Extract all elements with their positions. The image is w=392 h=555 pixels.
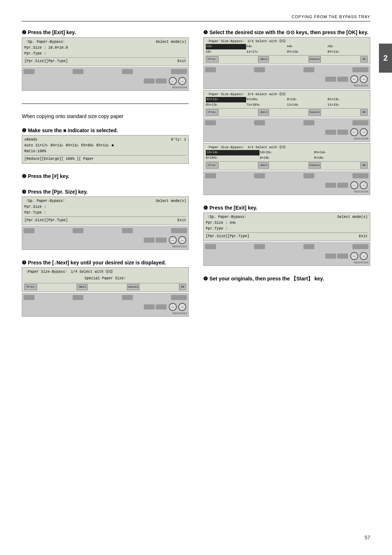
s5-s1-next[interactable]: ↓Next (258, 56, 269, 62)
cell-a5-2: A5▷ (327, 44, 368, 49)
diagram-id-4: NDG20154 (205, 84, 368, 87)
step-2-block: ❷ Press the [#] key. (22, 173, 189, 180)
cell-8hx13: 8½×13▷ (327, 97, 368, 102)
step-6-title: 〈Sp. Paper-Bypass〉 (206, 214, 248, 220)
step-1-label: ❶ Make sure the ■ indicator is selected. (22, 127, 118, 134)
step-3-block: ❸ Press the [Ppr. Size] key. 〈Sp. Paper-… (22, 188, 189, 251)
step-3-title: 〈Sp. Paper-Bypass〉 (24, 198, 66, 204)
step-5-lcd-3: 〈Paper Size-Bypass〉 4/4 Select with ⓪⓪ 1… (203, 143, 370, 170)
step-6-lcd: 〈Sp. Paper-Bypass〉 Select mode(s) Ppr.Si… (203, 212, 370, 241)
s5-s2-ok[interactable]: OK (360, 109, 368, 116)
s5-m3-btn3 (303, 173, 314, 178)
s6-arrow-right[interactable]: → (360, 252, 368, 260)
s5-m2-arrow-left[interactable]: ← (350, 128, 358, 136)
step-4-label: ❹ Press the [↓Next] key until your desir… (22, 259, 166, 267)
cell-8x10-2: 8×10▷ (314, 155, 368, 161)
panel-btn-4 (171, 69, 187, 74)
cell-11x15: 11×15▷ (327, 102, 368, 108)
arrow-left[interactable]: ← (169, 77, 177, 85)
diagram-id-5: NDG20188 (205, 137, 368, 140)
step4-arrow-right[interactable]: → (178, 303, 186, 311)
cell-a5: A5▷ (206, 44, 246, 49)
s5-s1-ok[interactable]: OK (360, 56, 368, 62)
s5-m2-btn4 (352, 120, 368, 125)
section-number-tab: 2 (379, 44, 392, 73)
s5-m2-gray1 (325, 130, 336, 135)
section-number-label: 2 (383, 53, 388, 63)
step-7-lcd-title-right: Select mode(s) (156, 39, 186, 45)
cell-8hx11-2: 8½×11▷ (206, 97, 246, 102)
s6-gray1 (325, 254, 336, 259)
step-3-label: ❸ Press the [Ppr. Size] key. (22, 188, 88, 196)
s5-s3-prev[interactable]: ↑Prev. (206, 162, 219, 169)
panel-gray-2 (156, 78, 167, 84)
diagram-id-6: NDG20198 (205, 190, 368, 193)
step-6-label: ❻ Press the [Exit] key. (203, 204, 257, 212)
s5-m3-arrow-left[interactable]: ← (350, 181, 358, 189)
s5-s3-next[interactable]: ↓Next (258, 162, 269, 169)
step4-arrow-left[interactable]: ← (169, 303, 177, 311)
s5-s1-prev[interactable]: ↑Prev. (206, 56, 219, 62)
diagram-id-2: NDG20101 (24, 245, 187, 248)
step-5-lcd-2: 〈Paper Size-Bypass〉 3/4 Select with ⓪⓪ 8… (203, 90, 370, 117)
step-6-nav: [Ppr.Size][Ppr.Type] (206, 234, 249, 239)
step-4-ok-btn[interactable]: OK (179, 284, 186, 290)
s5-m2-arrow-right[interactable]: → (360, 128, 368, 136)
s5-m2-gray2 (337, 130, 348, 135)
main-content: ❼ Press the [Exit] key. 〈Sp. Paper-Bypas… (22, 29, 370, 321)
cell-a5-3: A5▷ (206, 49, 246, 54)
s6-btn3 (303, 244, 314, 249)
step-4-cancel-btn[interactable]: Cancel (127, 284, 140, 290)
s5-s2-cancel[interactable]: Cancel (309, 109, 321, 116)
s5-m3-btn1 (205, 173, 216, 178)
step-3-lcd: 〈Sp. Paper-Bypass〉 Select mode(s) Ppr.Si… (22, 197, 189, 225)
s5-s3-cancel[interactable]: Cancel (309, 162, 321, 169)
step-final-heading: ❺ Set your originals, then press the 【St… (203, 275, 370, 283)
diagram-id-7: NDG20104 (205, 261, 368, 264)
step-4-prev-btn[interactable]: ↑Prev. (24, 284, 37, 290)
step3-gray-1 (144, 238, 155, 243)
cell-10x15: 10×15▷ (260, 150, 314, 155)
s6-arrow-left[interactable]: ← (350, 252, 358, 260)
diagram-id-3: NDG20102 (24, 312, 187, 315)
s5-s1-cancel[interactable]: Cancel (309, 56, 321, 62)
step-3-machine: ← → NDG20101 (22, 226, 189, 250)
s5-s2-prev[interactable]: ↑Prev. (206, 109, 219, 116)
step-5-screen2-title: 〈Paper Size-Bypass〉 3/4 Select with ⓪⓪ (206, 92, 368, 97)
s5-m1-arrow-right[interactable]: → (360, 75, 368, 83)
s5-m1-arrow-left[interactable]: ← (350, 75, 358, 83)
s5-s3-ok[interactable]: OK (360, 162, 368, 169)
cell-8x10: 8×10▷ (260, 155, 314, 161)
s5-m1-btn4 (352, 67, 368, 72)
step-7-lcd-nav: [Ppr.Size][Ppr.Type] (24, 58, 68, 64)
s5-m3-gray1 (325, 183, 336, 188)
step-4-lcd: 〈Paper Size-Bypass〉 1/4 Select with ⓪⓪ S… (22, 267, 189, 292)
step-6-nav-right: Exit (359, 234, 368, 239)
cell-10x14: 10×14▷ (206, 150, 260, 155)
step-3-line1: Ppr.Size : (24, 204, 186, 210)
step-5-label: ❺ Select the desired size with the ⊙⊙ ke… (203, 29, 368, 36)
step-5-block: ❺ Select the desired size with the ⊙⊙ ke… (203, 29, 370, 196)
cell-7qx10h: 7¼×10½▷ (246, 102, 287, 108)
step-7-lcd-box: 〈Sp. Paper-Bypass〉 Select mode(s) Ppr.Si… (22, 37, 189, 66)
cell-8x10h: 8×10½▷ (206, 155, 260, 161)
diagram-id-1: NDG20104 (24, 86, 187, 89)
step-4-machine: ← → NDG20102 (22, 293, 189, 317)
s5-s2-next[interactable]: ↓Next (258, 109, 269, 116)
step-6-line2: Ppr.Type : (206, 226, 368, 232)
step-5-machine-2: ← → NDG20188 (203, 118, 370, 142)
s5-m3-arrow-right[interactable]: → (360, 181, 368, 189)
step-4-next-btn[interactable]: ↓Next (77, 284, 87, 290)
step-final-block: ❺ Set your originals, then press the 【St… (203, 275, 370, 283)
panel-btn-3 (122, 69, 133, 74)
step4-panel-btn-3 (122, 295, 133, 300)
step3-arrow-right[interactable]: → (178, 236, 186, 244)
arrow-right[interactable]: → (178, 77, 186, 85)
step3-gray-2 (156, 238, 167, 243)
step4-gray-2 (156, 304, 167, 309)
step3-arrow-left[interactable]: ← (169, 236, 177, 244)
step-5-machine-1: ← → NDG20154 (203, 65, 370, 89)
step-5-lcd-1: 〈Paper Size-Bypass〉 2/4 Select with ⓪⓪ A… (203, 37, 370, 64)
step-3-line2: Ppr.Type : (24, 210, 186, 216)
step4-panel-btn-1 (24, 295, 34, 300)
